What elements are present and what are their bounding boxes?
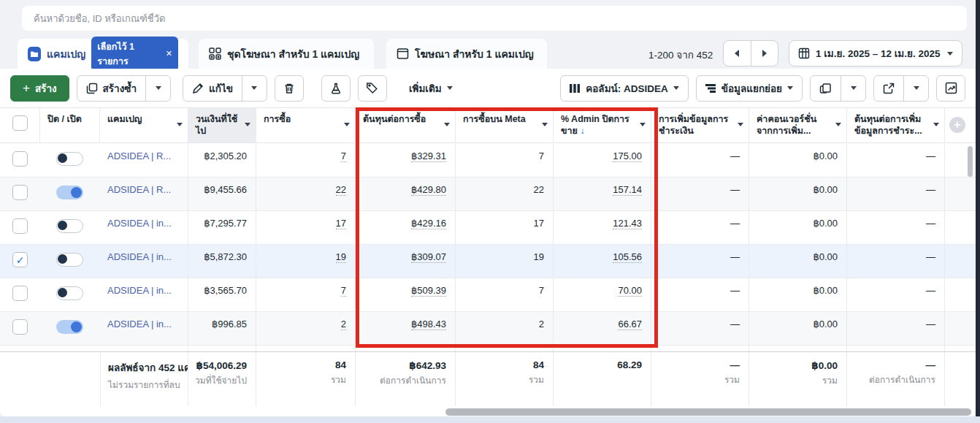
duplicate-split-button: สร้างซ้ำ — [77, 75, 171, 102]
select-all-checkbox[interactable] — [12, 115, 28, 131]
col-conversion-value[interactable]: ค่าคอนเวอร์ชั่นจากการเพิ่ม... — [749, 108, 847, 142]
cost-per-purchase-cell[interactable]: ฿429.16 — [411, 218, 446, 229]
col-payment-info[interactable]: การเพิ่มข้อมูลการชำระเงิน — [651, 108, 749, 142]
row-checkbox[interactable] — [12, 185, 28, 200]
reports-button[interactable] — [811, 76, 841, 101]
campaign-link[interactable]: ADSIDEA | in... — [107, 285, 172, 296]
table-row: ADSIDEA | in... ฿996.85 2 ฿498.43 2 66.6… — [0, 312, 976, 346]
date-range-button[interactable]: 1 เม.ย. 2025 – 12 เม.ย. 2025 — [789, 40, 962, 66]
purchases-cell[interactable]: 22 — [336, 184, 346, 196]
tab-campaigns[interactable]: แคมเปญ เลือกไว้ 1 รายการ ✕ — [18, 39, 188, 69]
more-button[interactable]: เพิ่มเติม — [402, 75, 460, 102]
columns-button[interactable]: คอลัมน์: ADSIDEA — [560, 75, 689, 102]
summary-cost-per-purchase: ฿642.93 — [363, 359, 446, 371]
export-button[interactable] — [874, 76, 903, 101]
next-page-button[interactable] — [751, 41, 778, 66]
cost-per-purchase-cell[interactable]: ฿429.80 — [411, 184, 446, 196]
admin-close-rate-cell[interactable]: 105.56 — [613, 251, 642, 263]
selected-count-badge[interactable]: เลือกไว้ 1 รายการ ✕ — [91, 37, 178, 72]
duplicate-button[interactable]: สร้างซ้ำ — [77, 76, 145, 101]
col-cost-per-purchase[interactable]: ต้นทุนต่อการซื้อ — [356, 108, 456, 142]
chevron-down-icon — [640, 123, 646, 126]
purchases-cell[interactable]: 19 — [336, 251, 346, 263]
tabs-row: แคมเปญ เลือกไว้ 1 รายการ ✕ ชุดโฆษณา สำหร… — [0, 39, 980, 69]
col-cost-per-payment-info[interactable]: ต้นทุนต่อการเพิ่มข้อมูลการชำระ... — [847, 108, 945, 142]
campaign-link[interactable]: ADSIDEA | in... — [107, 251, 172, 262]
breakdown-button[interactable]: ข้อมูลแยกย่อย — [696, 75, 803, 102]
edit-dropdown[interactable] — [242, 76, 267, 101]
admin-close-rate-cell[interactable]: 157.14 — [613, 184, 642, 196]
campaign-link[interactable]: ADSIDEA | R... — [107, 150, 171, 161]
chevron-down-icon — [245, 123, 250, 126]
campaign-toggle[interactable] — [56, 253, 83, 267]
cost-per-purchase-cell[interactable]: ฿498.43 — [411, 319, 446, 330]
campaign-toggle[interactable] — [56, 152, 83, 166]
charts-button[interactable] — [936, 75, 965, 102]
cost-per-purchase-cell[interactable]: ฿509.39 — [411, 285, 446, 297]
edit-button[interactable]: แก้ไข — [183, 76, 242, 101]
summary-meta-purchases: 84 — [463, 359, 544, 370]
purchases-cell[interactable]: 7 — [341, 150, 346, 162]
vertical-scrollbar[interactable] — [968, 146, 973, 177]
col-admin-close-rate[interactable]: % Admin ปิดการขาย ↓ — [554, 108, 651, 142]
campaign-link[interactable]: ADSIDEA | in... — [107, 319, 172, 329]
summary-spend: ฿54,006.29 — [196, 359, 247, 371]
payment-info-cell: — — [651, 144, 749, 177]
row-checkbox[interactable] — [12, 319, 28, 335]
clear-selection-icon[interactable]: ✕ — [166, 49, 172, 58]
delete-button[interactable] — [275, 75, 304, 102]
search-input[interactable] — [22, 13, 967, 24]
tag-button[interactable] — [358, 75, 387, 102]
row-checkbox[interactable] — [12, 218, 28, 234]
ab-test-button[interactable] — [321, 75, 351, 102]
cost-per-payment-info-cell: — — [847, 211, 945, 244]
reports-dropdown[interactable] — [841, 76, 865, 101]
meta-purchases-cell: 19 — [456, 245, 554, 278]
purchases-cell[interactable]: 2 — [341, 319, 346, 330]
export-split-button — [873, 75, 929, 102]
create-button[interactable]: + สร้าง — [10, 75, 69, 102]
export-dropdown[interactable] — [903, 76, 928, 101]
chevron-down-icon — [851, 86, 857, 90]
purchases-cell[interactable]: 7 — [341, 285, 346, 297]
tag-icon — [366, 82, 378, 94]
campaign-toggle[interactable] — [56, 320, 83, 334]
export-icon — [883, 83, 895, 94]
row-checkbox[interactable] — [12, 151, 28, 167]
duplicate-dropdown[interactable] — [145, 76, 170, 101]
col-meta-purchases[interactable]: การซื้อบน Meta — [456, 108, 554, 142]
tab-adsets[interactable]: ชุดโฆษณา สำหรับ 1 แคมเปญ — [199, 39, 374, 69]
chevron-down-icon — [787, 86, 793, 90]
campaign-link[interactable]: ADSIDEA | R... — [107, 184, 171, 195]
cost-per-purchase-cell[interactable]: ฿309.07 — [411, 251, 446, 263]
table-row: ADSIDEA | in... ฿3,565.70 7 ฿509.39 7 70… — [0, 278, 976, 312]
spend-cell: ฿5,872.30 — [188, 245, 256, 278]
col-purchases[interactable]: การซื้อ — [256, 108, 356, 142]
admin-close-rate-cell[interactable]: 175.00 — [613, 150, 642, 162]
add-column-icon[interactable]: + — [949, 117, 965, 133]
campaign-link[interactable]: ADSIDEA | in... — [107, 218, 172, 229]
admin-close-rate-cell[interactable]: 121.43 — [613, 218, 642, 229]
tab-ads[interactable]: โฆษณา สำหรับ 1 แคมเปญ — [386, 39, 547, 69]
admin-close-rate-cell[interactable]: 66.67 — [618, 319, 642, 330]
campaign-toggle[interactable] — [56, 186, 83, 199]
cost-per-purchase-cell[interactable]: ฿329.31 — [411, 150, 446, 162]
table-row-selected: ADSIDEA | in... ฿5,872.30 19 ฿309.07 19 … — [0, 245, 976, 278]
row-checkbox[interactable] — [12, 286, 28, 301]
spend-cell: ฿2,305.20 — [188, 144, 256, 177]
summary-spend-sub: ยอดรวมที่ใช้จ่ายไป — [196, 373, 247, 387]
campaign-toggle[interactable] — [56, 286, 83, 300]
col-spend[interactable]: วนเงินที่ใช้ไป — [188, 108, 256, 142]
purchases-cell[interactable]: 17 — [336, 218, 346, 229]
col-campaign[interactable]: แคมเปญ — [100, 108, 188, 142]
payment-info-cell: — — [651, 278, 749, 311]
admin-close-rate-cell[interactable]: 70.00 — [618, 285, 642, 297]
date-range-label: 1 เม.ย. 2025 – 12 เม.ย. 2025 — [816, 45, 940, 61]
row-checkbox[interactable] — [12, 252, 28, 267]
sort-descending-icon[interactable]: ↓ — [580, 126, 584, 136]
horizontal-scrollbar[interactable] — [445, 408, 971, 416]
next-arrow-icon — [762, 50, 767, 57]
prev-page-button[interactable] — [724, 41, 751, 66]
summary-admin-close-rate: 68.29 — [561, 359, 642, 370]
campaign-toggle[interactable] — [56, 219, 83, 233]
